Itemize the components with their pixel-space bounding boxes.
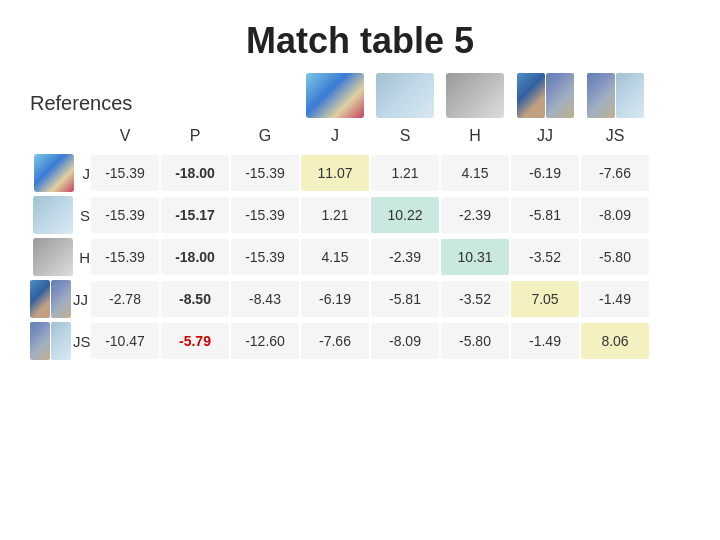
cell-JS-S: -8.09: [371, 323, 439, 359]
cell-J-S: 1.21: [371, 155, 439, 191]
cell-S-H: -2.39: [441, 197, 509, 233]
cell-JJ-V: -2.78: [91, 281, 159, 317]
col-header-H: H: [440, 121, 510, 151]
cell-JJ-J: -6.19: [301, 281, 369, 317]
table-row: S -15.39 -15.17 -15.39 1.21 10.22 -2.39 …: [30, 195, 690, 235]
cell-JJ-P: -8.50: [161, 281, 229, 317]
cell-H-P: -18.00: [161, 239, 229, 275]
cell-JS-V: -10.47: [91, 323, 159, 359]
cell-S-P: -15.17: [161, 197, 229, 233]
row-label-S: S: [80, 207, 90, 224]
row-label-H: H: [79, 249, 90, 266]
col-header-S: S: [370, 121, 440, 151]
cell-S-JS: -8.09: [581, 197, 649, 233]
cell-JS-P: -5.79: [161, 323, 229, 359]
col-header-J: J: [300, 121, 370, 151]
table-row: H -15.39 -18.00 -15.39 4.15 -2.39 10.31 …: [30, 237, 690, 277]
cell-S-S: 10.22: [371, 197, 439, 233]
cell-J-JS: -7.66: [581, 155, 649, 191]
cell-S-V: -15.39: [91, 197, 159, 233]
cell-H-JS: -5.80: [581, 239, 649, 275]
table-row: JS -10.47 -5.79 -12.60 -7.66 -8.09 -5.80…: [30, 321, 690, 361]
table-wrapper: References: [30, 72, 690, 363]
cell-JJ-JJ: 7.05: [511, 281, 579, 317]
cell-JS-G: -12.60: [231, 323, 299, 359]
row-thumb-S: [33, 196, 73, 234]
cell-JJ-JS: -1.49: [581, 281, 649, 317]
table-row: J -15.39 -18.00 -15.39 11.07 1.21 4.15 -…: [30, 153, 690, 193]
cell-J-H: 4.15: [441, 155, 509, 191]
cell-JS-JS: 8.06: [581, 323, 649, 359]
row-thumb-JJ: [30, 279, 71, 319]
col-header-JS: JS: [580, 121, 650, 151]
cell-JS-H: -5.80: [441, 323, 509, 359]
row-thumb-J: [34, 154, 74, 192]
thumb-header-H: [446, 73, 504, 118]
cell-S-J: 1.21: [301, 197, 369, 233]
cell-JJ-G: -8.43: [231, 281, 299, 317]
col-header-V: V: [90, 121, 160, 151]
col-header-P: P: [160, 121, 230, 151]
page-title: Match table 5: [0, 0, 720, 72]
col-header-JJ: JJ: [510, 121, 580, 151]
cell-J-V: -15.39: [91, 155, 159, 191]
cell-J-JJ: -6.19: [511, 155, 579, 191]
main-container: References: [0, 72, 720, 363]
cell-J-G: -15.39: [231, 155, 299, 191]
cell-H-J: 4.15: [301, 239, 369, 275]
cell-S-JJ: -5.81: [511, 197, 579, 233]
col-header-empty: [30, 121, 90, 151]
row-label-JJ: JJ: [73, 291, 88, 308]
column-headers: V P G J S H JJ JS: [30, 121, 690, 151]
thumb-header-JJ: [517, 72, 574, 119]
row-label-JS: JS: [73, 333, 91, 350]
cell-JS-J: -7.66: [301, 323, 369, 359]
col-header-G: G: [230, 121, 300, 151]
thumb-header-JS: [587, 72, 644, 119]
references-label: References: [30, 92, 90, 119]
cell-JS-JJ: -1.49: [511, 323, 579, 359]
table-row: JJ -2.78 -8.50 -8.43 -6.19 -5.81 -3.52 7…: [30, 279, 690, 319]
cell-J-P: -18.00: [161, 155, 229, 191]
cell-H-S: -2.39: [371, 239, 439, 275]
cell-S-G: -15.39: [231, 197, 299, 233]
cell-H-G: -15.39: [231, 239, 299, 275]
cell-H-V: -15.39: [91, 239, 159, 275]
cell-J-J: 11.07: [301, 155, 369, 191]
cell-H-JJ: -3.52: [511, 239, 579, 275]
thumb-header-J: [306, 73, 364, 118]
row-thumb-JS: [30, 321, 71, 361]
cell-JJ-S: -5.81: [371, 281, 439, 317]
row-label-J: J: [83, 165, 91, 182]
thumb-header-S: [376, 73, 434, 118]
row-thumb-H: [33, 238, 73, 276]
cell-H-H: 10.31: [441, 239, 509, 275]
cell-JJ-H: -3.52: [441, 281, 509, 317]
